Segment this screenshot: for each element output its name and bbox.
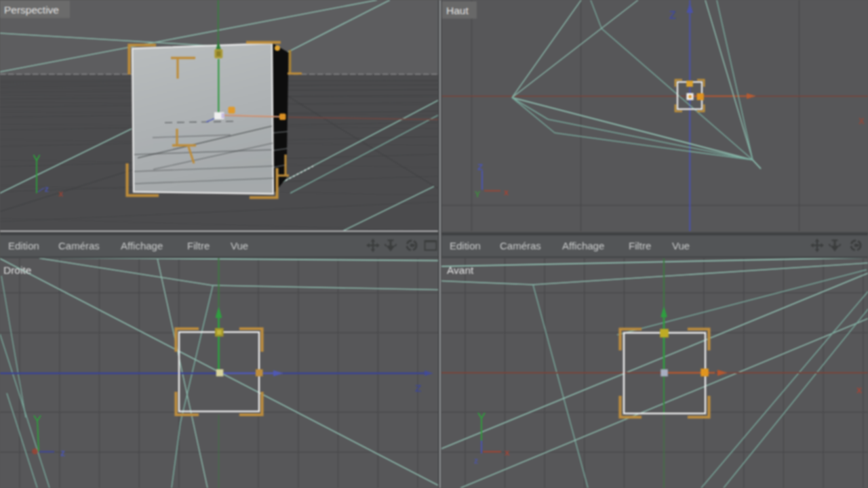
svg-text:Droite: Droite [3,264,31,276]
svg-text:Z: Z [669,9,676,21]
svg-text:x: x [58,189,63,199]
svg-text:Filtre: Filtre [187,240,210,251]
svg-text:Affichage: Affichage [121,240,163,251]
svg-text:Avant: Avant [447,264,474,276]
svg-text:x: x [859,115,865,126]
svg-text:z: z [60,447,65,458]
svg-text:Vue: Vue [672,240,690,251]
svg-text:z: z [45,184,49,194]
svg-text:Haut: Haut [446,5,469,16]
svg-text:z: z [474,456,478,466]
svg-text:Filtre: Filtre [629,240,651,251]
svg-text:Caméras: Caméras [500,240,541,251]
svg-text:Caméras: Caméras [58,240,100,251]
svg-text:x: x [504,188,509,197]
svg-text:Vue: Vue [231,240,248,251]
svg-text:Edition: Edition [450,240,481,251]
svg-text:Y: Y [475,190,481,199]
svg-text:Z: Z [477,162,483,172]
svg-text:x: x [856,384,863,395]
svg-text:Edition: Edition [8,240,39,251]
svg-text:x: x [505,447,510,458]
svg-text:Perspective: Perspective [4,4,59,16]
svg-text:Z: Z [415,382,422,394]
svg-text:Affichage: Affichage [562,240,604,251]
